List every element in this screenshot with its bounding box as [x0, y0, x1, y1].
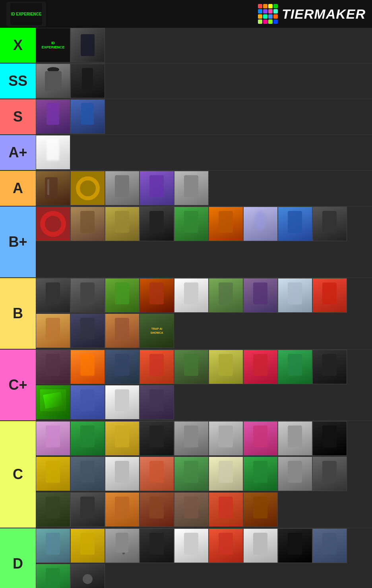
- tier-row-ss: SS: [0, 64, 372, 99]
- tier-label-d: D: [0, 528, 36, 588]
- page-wrapper: ID EXPERIENCE: [0, 0, 372, 588]
- list-item: [105, 171, 140, 205]
- tier-row-x: X IDEXPERIENCE: [0, 28, 372, 64]
- list-item: [140, 385, 174, 420]
- list-item: [70, 171, 105, 205]
- list-item: [105, 421, 140, 456]
- tier-items-a: [36, 171, 372, 206]
- list-item: [140, 456, 174, 491]
- list-item: [209, 278, 243, 313]
- tiermaker-logo: TiERMAKER: [258, 4, 366, 24]
- list-item: [140, 528, 174, 563]
- tier-items-b: TRAP AISHOWCA: [36, 278, 372, 349]
- dot-7: [268, 9, 273, 14]
- list-item: [174, 278, 209, 313]
- game-title-line1: ID EXPERIENCE: [11, 12, 41, 16]
- tier-empty-ss: [105, 64, 372, 99]
- list-item: [36, 564, 70, 588]
- list-item: [70, 28, 105, 62]
- dot-15: [268, 19, 273, 24]
- list-item: [70, 564, 105, 588]
- list-item: [105, 350, 140, 384]
- tier-empty-d: [105, 564, 372, 588]
- tier-row-cplus: C+: [0, 350, 372, 421]
- tier-row-aplus: A+: [0, 135, 372, 171]
- tier-label-bplus: B+: [0, 207, 36, 277]
- list-item: [36, 350, 70, 384]
- list-item: [174, 171, 209, 205]
- tier-label-b: B: [0, 278, 36, 349]
- list-item: [140, 492, 174, 527]
- list-item: [70, 278, 105, 313]
- list-item: [36, 492, 70, 527]
- tier-row-bplus: B+: [0, 207, 372, 278]
- list-item: [243, 278, 278, 313]
- list-item: [36, 528, 70, 563]
- list-item: [243, 350, 278, 384]
- tier-row-d: D: [0, 528, 372, 588]
- tier-items-aplus: [36, 135, 372, 170]
- list-item: [36, 313, 70, 348]
- list-item: [209, 207, 243, 241]
- tier-empty-c: [278, 492, 372, 528]
- list-item: [174, 350, 209, 384]
- list-item: [36, 135, 70, 170]
- dot-3: [268, 4, 273, 8]
- tier-items-s: [36, 99, 372, 134]
- tier-empty-a: [209, 171, 372, 206]
- tier-items-ss: [36, 64, 372, 99]
- list-item: [312, 278, 347, 313]
- list-item: [312, 207, 347, 241]
- dot-11: [268, 14, 273, 19]
- list-item: [174, 492, 209, 527]
- dot-9: [258, 14, 262, 19]
- tier-empty-cplus: [174, 385, 372, 420]
- list-item: [105, 456, 140, 491]
- list-item: [174, 528, 209, 563]
- dot-12: [273, 14, 278, 19]
- dot-2: [263, 4, 267, 8]
- list-item: [140, 421, 174, 456]
- dot-10: [263, 14, 267, 19]
- list-item: TRAP AISHOWCA: [140, 313, 174, 348]
- list-item: [140, 278, 174, 313]
- list-item: [312, 528, 347, 563]
- list-item: [105, 278, 140, 313]
- list-item: [105, 385, 140, 420]
- list-item: [278, 207, 312, 241]
- list-item: [36, 278, 70, 313]
- list-item: [36, 64, 70, 98]
- list-item: [70, 421, 105, 456]
- list-item: [243, 421, 278, 456]
- tier-items-bplus: [36, 207, 372, 277]
- tier-label-aplus: A+: [0, 135, 36, 170]
- tier-label-c: C: [0, 421, 36, 528]
- list-item: [36, 456, 70, 491]
- list-item: [209, 528, 243, 563]
- list-item: [312, 350, 347, 384]
- list-item: [36, 385, 70, 420]
- tier-label-s: S: [0, 99, 36, 134]
- list-item: [174, 456, 209, 491]
- list-item: [278, 456, 312, 491]
- list-item: [278, 278, 312, 313]
- list-item: [70, 385, 105, 420]
- list-item: [70, 528, 105, 563]
- dot-5: [258, 9, 262, 14]
- list-item: [312, 421, 347, 456]
- dot-1: [258, 4, 262, 8]
- list-item: [243, 456, 278, 491]
- list-item: [278, 350, 312, 384]
- tier-label-a: A: [0, 171, 36, 206]
- tier-row-a: A: [0, 171, 372, 207]
- list-item: [209, 492, 243, 527]
- dot-14: [263, 19, 267, 24]
- list-item: [36, 171, 70, 205]
- tier-label-cplus: C+: [0, 350, 36, 420]
- list-item: [70, 456, 105, 491]
- list-item: [140, 350, 174, 384]
- tier-empty-b: [174, 313, 372, 349]
- list-item: [140, 207, 174, 241]
- list-item: [243, 528, 278, 563]
- dot-4: [273, 4, 278, 8]
